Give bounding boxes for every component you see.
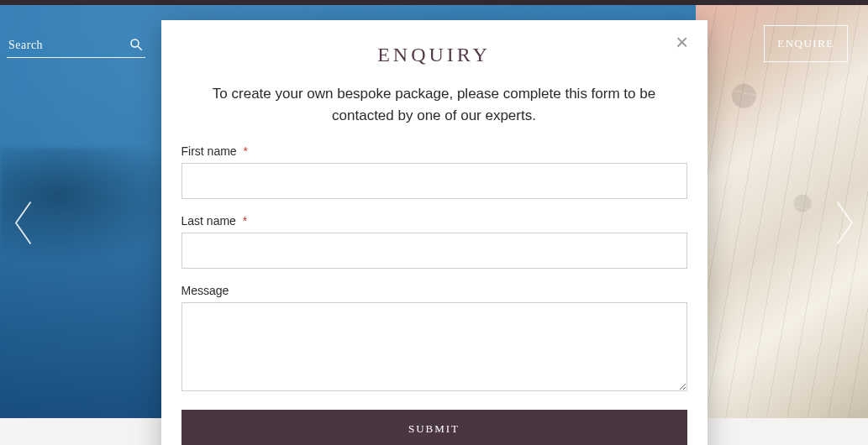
required-mark: * [244,144,248,158]
last-name-label-text: Last name [181,214,236,228]
message-input[interactable] [181,302,687,391]
field-last-name: Last name * [181,214,687,269]
last-name-input[interactable] [181,233,687,269]
field-message: Message [181,284,687,395]
first-name-label-text: First name [181,144,237,158]
first-name-input[interactable] [181,163,687,199]
modal-title: ENQUIRY [181,44,687,66]
submit-button[interactable]: SUBMIT [181,410,687,445]
last-name-label: Last name * [181,214,687,228]
field-first-name: First name * [181,144,687,199]
close-icon[interactable]: × [671,30,694,54]
first-name-label: First name * [181,144,687,158]
required-mark: * [243,214,247,228]
enquiry-modal: × ENQUIRY To create your own bespoke pac… [161,20,708,445]
modal-intro: To create your own bespoke package, plea… [187,83,682,126]
message-label: Message [181,284,687,297]
